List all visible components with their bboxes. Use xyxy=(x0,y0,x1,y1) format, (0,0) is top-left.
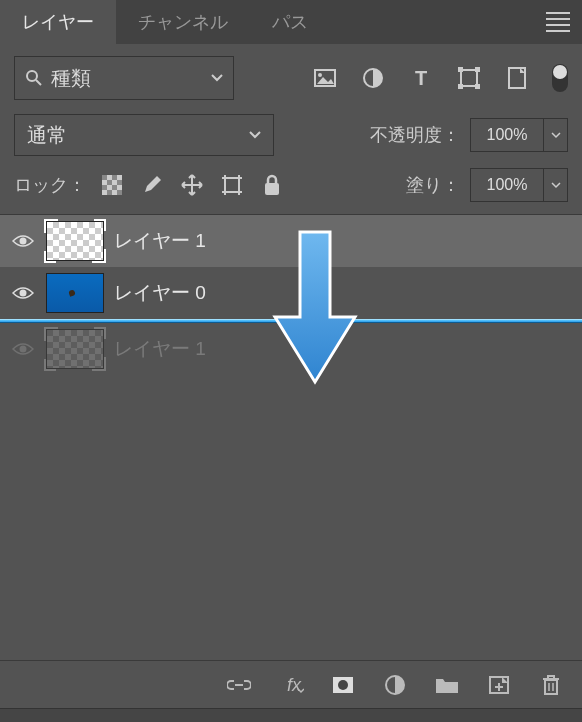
layer-thumbnail[interactable] xyxy=(46,329,104,369)
filter-type-select[interactable]: 種類 xyxy=(14,56,234,100)
svg-rect-20 xyxy=(117,190,122,195)
svg-rect-15 xyxy=(107,180,112,185)
lock-label: ロック： xyxy=(14,173,86,197)
svg-rect-7 xyxy=(458,67,463,72)
svg-point-27 xyxy=(20,238,27,245)
lock-icons xyxy=(100,173,284,197)
svg-rect-19 xyxy=(107,190,112,195)
lock-transparency-icon[interactable] xyxy=(100,173,124,197)
filter-toggle[interactable] xyxy=(552,64,568,92)
link-layers-icon[interactable] xyxy=(226,672,252,698)
filter-smartobject-icon[interactable] xyxy=(504,65,530,91)
opacity-input[interactable]: 100% xyxy=(470,118,544,152)
svg-point-0 xyxy=(27,71,37,81)
svg-rect-37 xyxy=(545,680,557,694)
adjustment-layer-icon[interactable] xyxy=(382,672,408,698)
panel-tabbar: レイヤー チャンネル パス xyxy=(0,0,582,44)
lock-all-icon[interactable] xyxy=(260,173,284,197)
layer-list: レイヤー 1 レイヤー 0 レイヤー 1 xyxy=(0,214,582,660)
svg-rect-13 xyxy=(102,175,107,180)
svg-point-3 xyxy=(318,73,322,77)
layers-panel: レイヤー チャンネル パス 種類 T xyxy=(0,0,582,722)
svg-rect-6 xyxy=(461,70,477,86)
chevron-down-icon xyxy=(249,131,261,139)
status-strip xyxy=(0,708,582,722)
blend-mode-select[interactable]: 通常 xyxy=(14,114,274,156)
tab-channels[interactable]: チャンネル xyxy=(116,0,250,44)
fill-label: 塗り： xyxy=(406,173,460,197)
svg-point-29 xyxy=(20,346,27,353)
visibility-toggle[interactable] xyxy=(10,285,36,301)
chevron-down-icon xyxy=(211,74,223,82)
layer-style-icon[interactable]: fx xyxy=(278,672,304,698)
lock-pixels-icon[interactable] xyxy=(140,173,164,197)
panel-menu-button[interactable] xyxy=(546,12,570,32)
svg-rect-21 xyxy=(225,178,239,192)
svg-rect-14 xyxy=(112,175,117,180)
lock-artboard-icon[interactable] xyxy=(220,173,244,197)
opacity-label: 不透明度： xyxy=(370,123,460,147)
layer-row[interactable]: レイヤー 0 xyxy=(0,267,582,319)
blend-row: 通常 不透明度： 100% xyxy=(0,108,582,162)
svg-rect-18 xyxy=(112,185,117,190)
layer-name[interactable]: レイヤー 1 xyxy=(114,228,206,254)
svg-rect-8 xyxy=(475,67,480,72)
layer-thumbnail[interactable] xyxy=(46,221,104,261)
layer-name[interactable]: レイヤー 0 xyxy=(114,280,206,306)
layer-row[interactable]: レイヤー 1 xyxy=(0,215,582,267)
visibility-toggle[interactable] xyxy=(10,233,36,249)
filter-adjustment-icon[interactable] xyxy=(360,65,386,91)
filter-pixel-icon[interactable] xyxy=(312,65,338,91)
svg-rect-10 xyxy=(475,84,480,89)
svg-rect-26 xyxy=(265,183,279,195)
blend-mode-label: 通常 xyxy=(27,122,67,149)
svg-text:fx: fx xyxy=(287,675,302,695)
svg-rect-17 xyxy=(102,185,107,190)
svg-line-1 xyxy=(36,80,41,85)
new-group-icon[interactable] xyxy=(434,672,460,698)
tab-paths[interactable]: パス xyxy=(250,0,330,44)
layer-thumbnail[interactable] xyxy=(46,273,104,313)
delete-layer-icon[interactable] xyxy=(538,672,564,698)
tab-layers-label: レイヤー xyxy=(22,10,94,34)
filter-row: 種類 T xyxy=(0,44,582,108)
visibility-toggle[interactable] xyxy=(10,341,36,357)
tab-paths-label: パス xyxy=(272,10,308,34)
svg-point-32 xyxy=(338,680,348,690)
svg-point-28 xyxy=(20,290,27,297)
layer-name[interactable]: レイヤー 1 xyxy=(114,336,206,362)
filter-type-label: 種類 xyxy=(51,65,203,92)
filter-type-icon[interactable]: T xyxy=(408,65,434,91)
lock-row: ロック： 塗り： 100% xyxy=(0,162,582,214)
lock-position-icon[interactable] xyxy=(180,173,204,197)
fill-input[interactable]: 100% xyxy=(470,168,544,202)
svg-rect-39 xyxy=(548,676,554,679)
new-layer-icon[interactable] xyxy=(486,672,512,698)
fill-chevron[interactable] xyxy=(544,168,568,202)
fill-group: 塗り： 100% xyxy=(406,168,568,202)
layer-row-dragging[interactable]: レイヤー 1 xyxy=(0,323,582,375)
opacity-chevron[interactable] xyxy=(544,118,568,152)
tab-channels-label: チャンネル xyxy=(138,10,228,34)
layer-mask-icon[interactable] xyxy=(330,672,356,698)
filter-icons: T xyxy=(312,64,568,92)
layers-bottombar: fx xyxy=(0,660,582,708)
svg-rect-16 xyxy=(117,180,122,185)
search-icon xyxy=(25,69,43,87)
svg-text:T: T xyxy=(415,68,427,88)
svg-rect-9 xyxy=(458,84,463,89)
tab-layers[interactable]: レイヤー xyxy=(0,0,116,44)
filter-shape-icon[interactable] xyxy=(456,65,482,91)
